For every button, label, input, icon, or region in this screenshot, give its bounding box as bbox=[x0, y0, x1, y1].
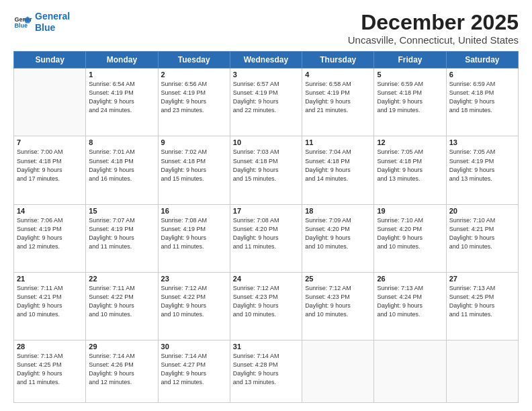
day-number: 15 bbox=[89, 207, 154, 215]
calendar-day-cell: 8Sunrise: 7:01 AM Sunset: 4:18 PM Daylig… bbox=[86, 136, 158, 204]
calendar-day-cell: 27Sunrise: 7:13 AM Sunset: 4:25 PM Dayli… bbox=[446, 273, 518, 340]
day-info: Sunrise: 6:59 AM Sunset: 4:18 PM Dayligh… bbox=[449, 80, 515, 115]
calendar-day-cell: 31Sunrise: 7:14 AM Sunset: 4:28 PM Dayli… bbox=[230, 340, 302, 403]
day-number: 14 bbox=[17, 207, 83, 215]
calendar-day-cell: 1Sunrise: 6:54 AM Sunset: 4:19 PM Daylig… bbox=[86, 68, 158, 136]
day-info: Sunrise: 7:13 AM Sunset: 4:25 PM Dayligh… bbox=[17, 352, 83, 387]
day-info: Sunrise: 7:05 AM Sunset: 4:18 PM Dayligh… bbox=[377, 148, 443, 183]
calendar-day-cell: 4Sunrise: 6:58 AM Sunset: 4:19 PM Daylig… bbox=[302, 68, 374, 136]
day-number: 25 bbox=[305, 275, 371, 283]
calendar-day-cell: 28Sunrise: 7:13 AM Sunset: 4:25 PM Dayli… bbox=[14, 340, 86, 403]
month-title: December 2025 bbox=[348, 11, 519, 34]
day-number: 16 bbox=[161, 207, 227, 215]
calendar-week-row: 28Sunrise: 7:13 AM Sunset: 4:25 PM Dayli… bbox=[14, 340, 519, 403]
day-number: 31 bbox=[233, 342, 299, 351]
calendar-day-header: Saturday bbox=[446, 52, 518, 68]
calendar-day-cell: 11Sunrise: 7:04 AM Sunset: 4:18 PM Dayli… bbox=[302, 136, 374, 204]
day-info: Sunrise: 7:09 AM Sunset: 4:20 PM Dayligh… bbox=[305, 216, 371, 251]
day-info: Sunrise: 7:13 AM Sunset: 4:25 PM Dayligh… bbox=[449, 284, 515, 319]
day-info: Sunrise: 7:12 AM Sunset: 4:23 PM Dayligh… bbox=[305, 284, 371, 319]
day-number: 28 bbox=[17, 342, 83, 351]
logo: General Blue General Blue bbox=[13, 11, 70, 34]
day-number: 8 bbox=[89, 138, 154, 146]
day-info: Sunrise: 6:56 AM Sunset: 4:19 PM Dayligh… bbox=[161, 80, 227, 115]
day-number: 2 bbox=[161, 71, 227, 79]
calendar-day-header: Sunday bbox=[14, 52, 86, 68]
calendar-day-header: Friday bbox=[374, 52, 446, 68]
day-info: Sunrise: 6:54 AM Sunset: 4:19 PM Dayligh… bbox=[89, 80, 154, 115]
calendar-week-row: 1Sunrise: 6:54 AM Sunset: 4:19 PM Daylig… bbox=[14, 68, 519, 136]
calendar-day-cell: 23Sunrise: 7:12 AM Sunset: 4:22 PM Dayli… bbox=[158, 273, 230, 340]
day-number: 7 bbox=[17, 138, 83, 146]
calendar-day-cell: 7Sunrise: 7:00 AM Sunset: 4:18 PM Daylig… bbox=[14, 136, 86, 204]
day-number: 21 bbox=[17, 275, 83, 283]
day-info: Sunrise: 7:02 AM Sunset: 4:18 PM Dayligh… bbox=[161, 148, 227, 183]
day-number: 10 bbox=[233, 138, 299, 146]
day-info: Sunrise: 7:12 AM Sunset: 4:23 PM Dayligh… bbox=[233, 284, 299, 319]
day-info: Sunrise: 7:13 AM Sunset: 4:24 PM Dayligh… bbox=[377, 284, 443, 319]
logo-line2: Blue bbox=[35, 22, 55, 33]
day-number: 27 bbox=[449, 275, 515, 283]
day-info: Sunrise: 7:14 AM Sunset: 4:28 PM Dayligh… bbox=[233, 352, 299, 387]
day-number: 30 bbox=[161, 342, 227, 351]
title-block: December 2025 Uncasville, Connecticut, U… bbox=[348, 11, 519, 46]
calendar-day-cell: 3Sunrise: 6:57 AM Sunset: 4:19 PM Daylig… bbox=[230, 68, 302, 136]
day-number: 4 bbox=[305, 71, 371, 79]
calendar-day-cell: 19Sunrise: 7:10 AM Sunset: 4:20 PM Dayli… bbox=[374, 204, 446, 272]
logo-icon: General Blue bbox=[13, 13, 32, 32]
day-info: Sunrise: 7:14 AM Sunset: 4:26 PM Dayligh… bbox=[89, 352, 154, 387]
calendar-day-cell: 22Sunrise: 7:11 AM Sunset: 4:22 PM Dayli… bbox=[86, 273, 158, 340]
day-number: 18 bbox=[305, 207, 371, 215]
calendar-day-cell: 30Sunrise: 7:14 AM Sunset: 4:27 PM Dayli… bbox=[158, 340, 230, 403]
location: Uncasville, Connecticut, United States bbox=[348, 34, 519, 46]
calendar-day-cell: 26Sunrise: 7:13 AM Sunset: 4:24 PM Dayli… bbox=[374, 273, 446, 340]
day-info: Sunrise: 7:12 AM Sunset: 4:22 PM Dayligh… bbox=[161, 284, 227, 319]
calendar-day-cell: 12Sunrise: 7:05 AM Sunset: 4:18 PM Dayli… bbox=[374, 136, 446, 204]
day-info: Sunrise: 6:57 AM Sunset: 4:19 PM Dayligh… bbox=[233, 80, 299, 115]
logo-text: General Blue bbox=[35, 11, 70, 34]
calendar-day-header: Monday bbox=[86, 52, 158, 68]
calendar-day-cell: 18Sunrise: 7:09 AM Sunset: 4:20 PM Dayli… bbox=[302, 204, 374, 272]
day-info: Sunrise: 7:00 AM Sunset: 4:18 PM Dayligh… bbox=[17, 148, 83, 183]
calendar-week-row: 21Sunrise: 7:11 AM Sunset: 4:21 PM Dayli… bbox=[14, 273, 519, 340]
day-info: Sunrise: 6:59 AM Sunset: 4:18 PM Dayligh… bbox=[377, 80, 443, 115]
day-number: 26 bbox=[377, 275, 443, 283]
calendar-day-cell: 17Sunrise: 7:08 AM Sunset: 4:20 PM Dayli… bbox=[230, 204, 302, 272]
day-info: Sunrise: 7:04 AM Sunset: 4:18 PM Dayligh… bbox=[305, 148, 371, 183]
calendar-day-cell bbox=[302, 340, 374, 403]
day-number: 22 bbox=[89, 275, 154, 283]
day-info: Sunrise: 7:10 AM Sunset: 4:21 PM Dayligh… bbox=[449, 216, 515, 251]
calendar-day-cell bbox=[374, 340, 446, 403]
day-number: 17 bbox=[233, 207, 299, 215]
calendar-day-cell: 16Sunrise: 7:08 AM Sunset: 4:19 PM Dayli… bbox=[158, 204, 230, 272]
calendar-day-cell: 20Sunrise: 7:10 AM Sunset: 4:21 PM Dayli… bbox=[446, 204, 518, 272]
day-number: 6 bbox=[449, 71, 515, 79]
calendar-day-cell: 25Sunrise: 7:12 AM Sunset: 4:23 PM Dayli… bbox=[302, 273, 374, 340]
calendar-day-cell: 29Sunrise: 7:14 AM Sunset: 4:26 PM Dayli… bbox=[86, 340, 158, 403]
calendar-day-cell: 21Sunrise: 7:11 AM Sunset: 4:21 PM Dayli… bbox=[14, 273, 86, 340]
day-info: Sunrise: 7:11 AM Sunset: 4:21 PM Dayligh… bbox=[17, 284, 83, 319]
day-number: 1 bbox=[89, 71, 154, 79]
calendar-header-row: SundayMondayTuesdayWednesdayThursdayFrid… bbox=[14, 52, 519, 68]
day-info: Sunrise: 7:11 AM Sunset: 4:22 PM Dayligh… bbox=[89, 284, 154, 319]
day-info: Sunrise: 7:05 AM Sunset: 4:19 PM Dayligh… bbox=[449, 148, 515, 183]
day-number: 23 bbox=[161, 275, 227, 283]
day-info: Sunrise: 7:10 AM Sunset: 4:20 PM Dayligh… bbox=[377, 216, 443, 251]
calendar-day-cell: 9Sunrise: 7:02 AM Sunset: 4:18 PM Daylig… bbox=[158, 136, 230, 204]
day-info: Sunrise: 7:01 AM Sunset: 4:18 PM Dayligh… bbox=[89, 148, 154, 183]
calendar-day-header: Tuesday bbox=[158, 52, 230, 68]
day-number: 12 bbox=[377, 138, 443, 146]
calendar-day-cell: 5Sunrise: 6:59 AM Sunset: 4:18 PM Daylig… bbox=[374, 68, 446, 136]
day-number: 20 bbox=[449, 207, 515, 215]
logo-line1: General bbox=[35, 11, 70, 21]
day-info: Sunrise: 7:08 AM Sunset: 4:20 PM Dayligh… bbox=[233, 216, 299, 251]
day-number: 24 bbox=[233, 275, 299, 283]
calendar-day-cell: 14Sunrise: 7:06 AM Sunset: 4:19 PM Dayli… bbox=[14, 204, 86, 272]
day-number: 19 bbox=[377, 207, 443, 215]
calendar-day-cell bbox=[14, 68, 86, 136]
calendar-week-row: 14Sunrise: 7:06 AM Sunset: 4:19 PM Dayli… bbox=[14, 204, 519, 272]
header: General Blue General Blue December 2025 … bbox=[13, 11, 519, 46]
day-info: Sunrise: 7:14 AM Sunset: 4:27 PM Dayligh… bbox=[161, 352, 227, 387]
svg-text:Blue: Blue bbox=[14, 22, 28, 29]
calendar-week-row: 7Sunrise: 7:00 AM Sunset: 4:18 PM Daylig… bbox=[14, 136, 519, 204]
